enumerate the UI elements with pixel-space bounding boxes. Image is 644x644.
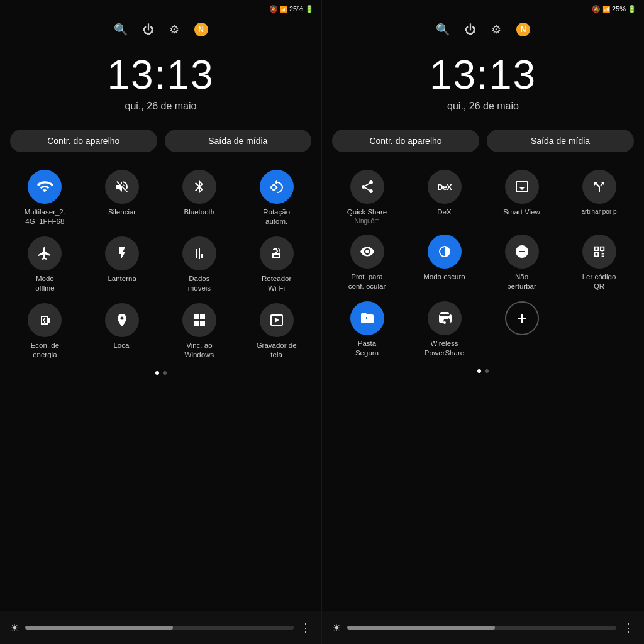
qs-share-partial[interactable]: artilhar por p [560,164,638,228]
qs-battery-saver[interactable]: Econ. deenergia [6,297,84,364]
share-partial-label: artilhar por p [581,208,616,216]
windows-icon [182,303,216,337]
flashlight-label: Lanterna [108,274,136,284]
search-icon-left[interactable]: 🔍 [114,23,128,36]
power-icon-left[interactable]: ⏻ [143,23,154,36]
qs-rotate[interactable]: Rotaçãoautom. [238,164,315,230]
settings-icon-left[interactable]: ⚙ [169,23,179,36]
device-control-btn-left[interactable]: Contr. do aparelho [10,130,157,152]
data-icon [182,236,216,270]
search-icon-right[interactable]: 🔍 [436,23,450,36]
media-output-btn-right[interactable]: Saída de mídia [487,130,634,152]
status-icons-right: 🔕 📶 25% 🔋 [592,5,636,13]
qs-windows[interactable]: Vinc. aoWindows [161,297,238,364]
right-panel: 🔕 📶 25% 🔋 🔍 ⏻ ⚙ N 13:13 qui., 26 de maio… [322,0,644,644]
qs-router[interactable]: RoteadorWi-Fi [238,230,315,297]
qr-label: Ler códigoQR [582,272,616,291]
battery-text-right: 25% [612,5,626,13]
qs-screen-record[interactable]: Gravador detela [238,297,315,364]
qs-add[interactable] [483,295,560,362]
notification-badge-right[interactable]: N [516,23,530,36]
top-actions-right: 🔍 ⏻ ⚙ N [322,18,644,39]
location-icon [105,303,139,337]
qs-wireless-share[interactable]: WirelessPowerShare [406,295,483,362]
airplane-icon [28,236,62,270]
qs-smart-view[interactable]: Smart View [483,164,560,228]
qs-dnd[interactable]: Nãoperturbar [483,228,560,295]
dark-mode-label: Modo escuro [423,272,465,282]
smart-view-label: Smart View [503,208,540,217]
mute-status-icon: 🔕 [269,5,278,13]
data-label: Dadosmóveis [188,274,211,293]
qs-grid-left: Multilaser_2.4G_1FFF68 Silenciar Bluetoo… [0,158,321,369]
brightness-track-right[interactable] [347,626,616,630]
rotate-label: Rotaçãoautom. [263,208,290,226]
qs-wifi[interactable]: Multilaser_2.4G_1FFF68 [6,164,84,230]
svg-rect-3 [200,321,205,326]
brightness-icon-right: ☀ [332,622,341,634]
flashlight-icon [105,236,139,270]
qs-dex[interactable]: DeX DeX [406,164,483,228]
media-output-btn-left[interactable]: Saída de mídia [165,130,312,152]
qs-location[interactable]: Local [84,297,161,364]
settings-icon-right[interactable]: ⚙ [491,23,501,36]
qr-icon [582,235,616,269]
dex-icon: DeX [428,170,462,204]
secure-folder-icon [350,301,384,335]
mute-label: Silenciar [108,208,136,217]
qs-airplane[interactable]: Modooffline [6,230,84,297]
brightness-track-left[interactable] [25,626,294,630]
control-buttons-left: Contr. do aparelho Saída de mídia [0,118,321,158]
dot-1-left [155,371,159,375]
location-label: Local [113,341,131,350]
airplane-label: Modooffline [35,274,54,293]
qs-qr[interactable]: Ler códigoQR [560,228,638,295]
dnd-icon [505,235,539,269]
dot-2-right [485,369,489,373]
notification-badge-left[interactable]: N [194,23,208,36]
router-icon [260,236,294,270]
screen-record-icon [260,303,294,337]
windows-label: Vinc. aoWindows [185,341,214,360]
qs-grid-right: Quick Share Ninguém DeX DeX Smart View a… [322,158,644,367]
screen-record-label: Gravador detela [257,341,297,360]
svg-rect-0 [194,314,199,319]
qs-secure-folder[interactable]: PastaSegura [328,295,406,362]
qs-mute[interactable]: Silenciar [84,164,161,230]
dark-mode-icon [428,235,462,269]
left-panel: 🔕 📶 25% 🔋 🔍 ⏻ ⚙ N 13:13 qui., 26 de maio… [0,0,322,644]
clock-time-right: 13:13 [322,52,644,98]
qs-dark-mode[interactable]: Modo escuro [406,228,483,295]
qs-quick-share[interactable]: Quick Share Ninguém [328,164,406,228]
device-control-btn-right[interactable]: Contr. do aparelho [332,130,479,152]
battery-icon-right: 🔋 [628,5,636,13]
control-buttons-right: Contr. do aparelho Saída de mídia [322,118,644,158]
clock-date-right: qui., 26 de maio [322,101,644,112]
router-label: RoteadorWi-Fi [262,274,291,293]
battery-saver-icon [28,303,62,337]
dnd-label: Nãoperturbar [507,272,536,291]
status-bar-right: 🔕 📶 25% 🔋 [322,0,644,18]
brightness-fill-right [347,626,495,630]
bluetooth-icon [182,170,216,204]
qs-flashlight[interactable]: Lanterna [84,230,161,297]
signal-icon: 📶 [280,6,287,13]
brightness-more-right[interactable]: ⋮ [623,621,634,635]
secure-folder-label: PastaSegura [355,339,379,358]
clock-date-left: qui., 26 de maio [0,101,321,112]
qs-data[interactable]: Dadosmóveis [161,230,238,297]
share-partial-icon [582,170,616,204]
qs-bluetooth[interactable]: Bluetooth [161,164,238,230]
wifi-icon [28,170,62,204]
status-bar-left: 🔕 📶 25% 🔋 [0,0,321,18]
dot-2-left [163,371,167,375]
bluetooth-label: Bluetooth [184,208,215,217]
wifi-label: Multilaser_2.4G_1FFF68 [25,208,65,226]
qs-eye-comfort[interactable]: Prot. paraconf. ocular [328,228,406,295]
brightness-more-left[interactable]: ⋮ [300,621,311,635]
brightness-bar-left: ☀ ⋮ [0,611,321,644]
wireless-share-icon [428,301,462,335]
mute-icon [105,170,139,204]
mute-status-icon-right: 🔕 [592,5,601,13]
power-icon-right[interactable]: ⏻ [465,23,476,36]
